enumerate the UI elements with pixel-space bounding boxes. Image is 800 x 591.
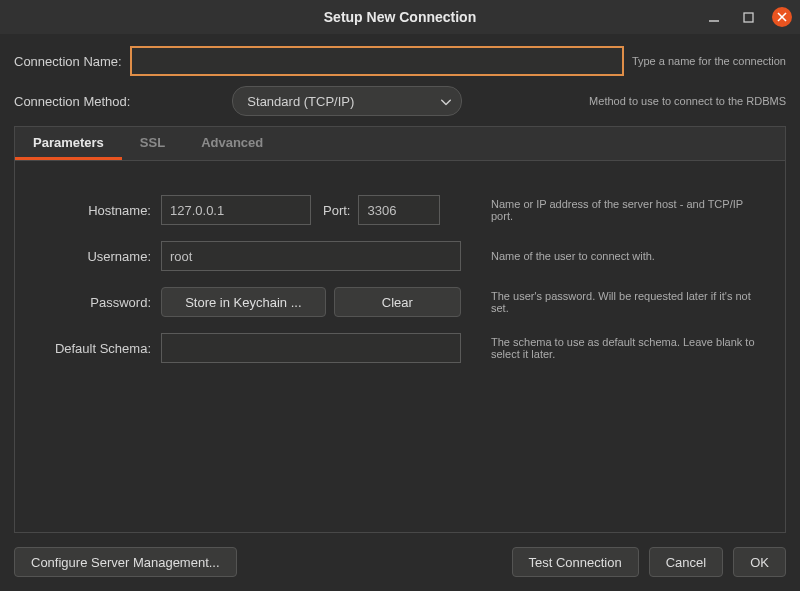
tab-advanced[interactable]: Advanced xyxy=(183,127,281,160)
close-icon[interactable] xyxy=(772,7,792,27)
window-title: Setup New Connection xyxy=(0,9,800,25)
chevron-down-icon xyxy=(441,94,451,109)
store-keychain-button[interactable]: Store in Keychain ... xyxy=(161,287,326,317)
maximize-icon[interactable] xyxy=(738,7,758,27)
connection-name-row: Connection Name: Type a name for the con… xyxy=(14,46,786,76)
tabs-container: Parameters SSL Advanced Hostname: Port: … xyxy=(14,126,786,533)
default-schema-input[interactable] xyxy=(161,333,461,363)
footer-bar: Configure Server Management... Test Conn… xyxy=(14,533,786,577)
cancel-button[interactable]: Cancel xyxy=(649,547,723,577)
connection-name-label: Connection Name: xyxy=(14,54,122,69)
port-label: Port: xyxy=(323,203,350,218)
connection-method-select[interactable]: Standard (TCP/IP) xyxy=(232,86,462,116)
test-connection-button[interactable]: Test Connection xyxy=(512,547,639,577)
connection-name-hint: Type a name for the connection xyxy=(632,55,786,67)
connection-method-hint: Method to use to connect to the RDBMS xyxy=(589,95,786,107)
connection-name-input[interactable] xyxy=(130,46,624,76)
configure-server-button[interactable]: Configure Server Management... xyxy=(14,547,237,577)
schema-label: Default Schema: xyxy=(33,341,151,356)
svg-rect-1 xyxy=(744,13,753,22)
connection-method-row: Connection Method: Standard (TCP/IP) Met… xyxy=(14,86,786,116)
hostname-input[interactable] xyxy=(161,195,311,225)
schema-row: Default Schema: The schema to use as def… xyxy=(33,333,767,363)
port-input[interactable] xyxy=(358,195,440,225)
dialog-content: Connection Name: Type a name for the con… xyxy=(0,34,800,591)
hostname-desc: Name or IP address of the server host - … xyxy=(471,198,767,222)
connection-method-label: Connection Method: xyxy=(14,94,130,109)
schema-desc: The schema to use as default schema. Lea… xyxy=(471,336,767,360)
password-desc: The user's password. Will be requested l… xyxy=(471,290,767,314)
tab-body-parameters: Hostname: Port: Name or IP address of th… xyxy=(15,161,785,532)
username-desc: Name of the user to connect with. xyxy=(471,250,767,262)
username-label: Username: xyxy=(33,249,151,264)
minimize-icon[interactable] xyxy=(704,7,724,27)
hostname-label: Hostname: xyxy=(33,203,151,218)
username-row: Username: Name of the user to connect wi… xyxy=(33,241,767,271)
tab-ssl[interactable]: SSL xyxy=(122,127,183,160)
password-row: Password: Store in Keychain ... Clear Th… xyxy=(33,287,767,317)
password-label: Password: xyxy=(33,295,151,310)
tab-parameters[interactable]: Parameters xyxy=(15,127,122,160)
username-input[interactable] xyxy=(161,241,461,271)
tabs-bar: Parameters SSL Advanced xyxy=(15,127,785,161)
clear-password-button[interactable]: Clear xyxy=(334,287,461,317)
title-bar: Setup New Connection xyxy=(0,0,800,34)
ok-button[interactable]: OK xyxy=(733,547,786,577)
hostname-row: Hostname: Port: Name or IP address of th… xyxy=(33,195,767,225)
connection-method-value: Standard (TCP/IP) xyxy=(247,94,354,109)
